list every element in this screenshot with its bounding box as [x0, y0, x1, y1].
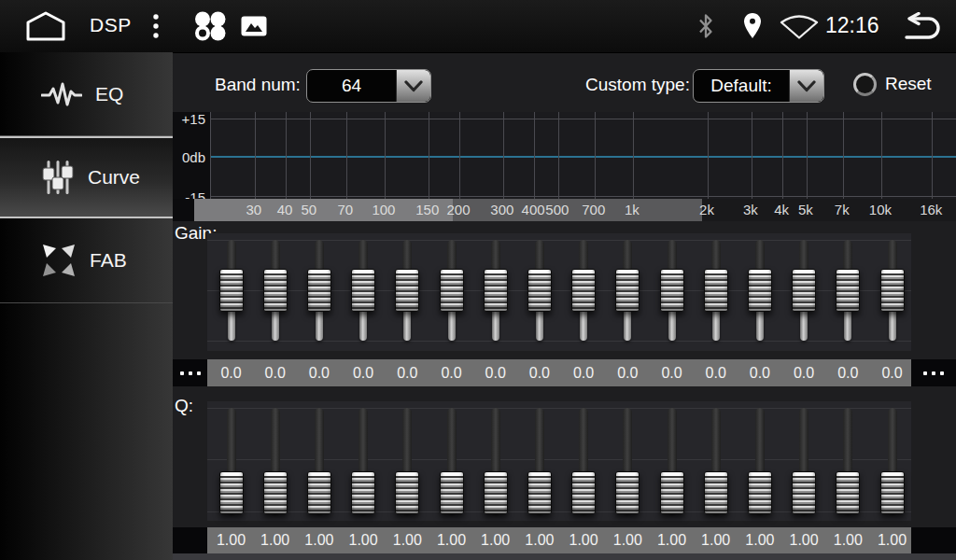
- gain-scroll-right-button[interactable]: [911, 359, 956, 386]
- overflow-menu-icon[interactable]: [150, 13, 162, 39]
- q-band-slider[interactable]: [748, 403, 772, 519]
- q-value: 1.00: [878, 527, 907, 553]
- slider-knob[interactable]: [571, 471, 596, 514]
- custom-type-select[interactable]: Default:: [693, 69, 824, 103]
- slider-knob[interactable]: [263, 269, 288, 312]
- q-strip-left-spacer: [173, 527, 207, 553]
- slider-knob[interactable]: [615, 471, 640, 514]
- q-band-slider[interactable]: [527, 403, 552, 519]
- q-band-slider[interactable]: [880, 403, 905, 519]
- gain-band-slider[interactable]: [615, 235, 640, 351]
- gain-band-slider[interactable]: [836, 235, 860, 351]
- gallery-icon[interactable]: [241, 16, 267, 36]
- reset-radio-icon[interactable]: [853, 73, 877, 96]
- sidebar-item-eq[interactable]: EQ: [0, 52, 173, 136]
- gain-scroll-left-button[interactable]: [173, 359, 207, 386]
- slider-knob[interactable]: [748, 269, 772, 312]
- more-icon: [932, 371, 935, 375]
- slider-knob[interactable]: [219, 269, 244, 312]
- band-num-select[interactable]: 64: [306, 69, 431, 103]
- freq-tick-label: 400: [522, 199, 545, 221]
- q-band-slider[interactable]: [351, 403, 375, 519]
- slider-knob[interactable]: [527, 269, 552, 312]
- q-band-slider[interactable]: [484, 403, 508, 519]
- back-icon[interactable]: [897, 12, 942, 40]
- slider-knob[interactable]: [440, 269, 464, 312]
- plot-gridline: [385, 112, 386, 199]
- q-band-slider[interactable]: [615, 403, 640, 519]
- q-band-slider[interactable]: [660, 403, 684, 519]
- plot-gridline-top: [211, 119, 956, 119]
- q-value: 1.00: [260, 527, 289, 553]
- slider-knob[interactable]: [395, 269, 419, 312]
- gain-band-slider[interactable]: [527, 235, 552, 351]
- gain-band-slider[interactable]: [263, 235, 288, 351]
- chevron-down-icon[interactable]: [789, 70, 823, 102]
- slider-knob[interactable]: [571, 269, 596, 312]
- slider-knob[interactable]: [395, 471, 419, 514]
- slider-knob[interactable]: [660, 269, 684, 312]
- slider-knob[interactable]: [307, 269, 331, 312]
- gain-band-slider[interactable]: [395, 235, 419, 351]
- apps-clover-icon[interactable]: [190, 11, 230, 41]
- q-value: 1.00: [217, 527, 246, 553]
- gain-band-slider[interactable]: [704, 235, 728, 351]
- slider-knob[interactable]: [836, 471, 860, 514]
- q-value: 1.00: [613, 527, 642, 553]
- plot-gridline: [595, 112, 596, 199]
- slider-knob[interactable]: [615, 269, 640, 312]
- q-band-slider[interactable]: [219, 403, 244, 519]
- slider-knob[interactable]: [440, 471, 464, 514]
- sidebar-item-fab[interactable]: FAB: [0, 218, 173, 303]
- more-icon: [180, 371, 184, 375]
- gain-value: 0.0: [617, 359, 638, 386]
- q-band-slider[interactable]: [571, 403, 596, 519]
- slider-knob[interactable]: [836, 269, 860, 312]
- q-band-slider[interactable]: [307, 403, 331, 519]
- slider-knob[interactable]: [704, 269, 728, 312]
- freq-tick-label: 700: [582, 199, 605, 221]
- gain-band-slider[interactable]: [351, 235, 375, 351]
- slider-knob[interactable]: [351, 471, 375, 514]
- slider-knob[interactable]: [219, 471, 244, 514]
- slider-knob[interactable]: [527, 471, 552, 514]
- gain-band-slider[interactable]: [440, 235, 464, 351]
- slider-knob[interactable]: [484, 269, 508, 312]
- slider-knob[interactable]: [880, 269, 905, 312]
- reset-control[interactable]: Reset: [853, 71, 932, 97]
- gain-band-slider[interactable]: [748, 235, 772, 351]
- gain-band-slider[interactable]: [307, 235, 331, 351]
- sidebar-item-label: EQ: [95, 83, 123, 105]
- q-band-slider[interactable]: [395, 403, 419, 519]
- slider-knob[interactable]: [792, 269, 816, 312]
- gain-band-slider[interactable]: [660, 235, 684, 351]
- frequency-axis-strip: 304050701001502003004005007001k2k3k4k5k7…: [173, 199, 956, 221]
- gain-band-slider[interactable]: [219, 235, 244, 351]
- sidebar-item-curve[interactable]: Curve: [0, 136, 173, 218]
- more-icon: [189, 371, 192, 375]
- slider-knob[interactable]: [263, 471, 288, 514]
- eq-curve-plot[interactable]: [210, 112, 956, 199]
- slider-knob[interactable]: [307, 471, 331, 514]
- slider-knob[interactable]: [748, 471, 772, 514]
- slider-knob[interactable]: [792, 471, 816, 514]
- gain-band-slider[interactable]: [484, 235, 508, 351]
- slider-knob[interactable]: [660, 471, 684, 514]
- q-band-slider[interactable]: [704, 403, 728, 519]
- gain-band-slider[interactable]: [880, 235, 905, 351]
- home-icon[interactable]: [24, 10, 67, 41]
- slider-knob[interactable]: [704, 471, 728, 514]
- slider-knob[interactable]: [484, 471, 508, 514]
- gain-band-slider[interactable]: [792, 235, 816, 351]
- freq-tick-label: 300: [490, 199, 513, 221]
- q-band-slider[interactable]: [792, 403, 816, 519]
- freq-strip-segment: [173, 199, 194, 221]
- q-band-slider[interactable]: [836, 403, 860, 519]
- slider-knob[interactable]: [880, 471, 905, 514]
- q-band-slider[interactable]: [440, 403, 464, 519]
- gain-band-slider[interactable]: [571, 235, 596, 351]
- slider-knob[interactable]: [351, 269, 375, 312]
- q-band-slider[interactable]: [263, 403, 288, 519]
- chevron-down-icon[interactable]: [396, 70, 430, 102]
- q-value: 1.00: [393, 527, 422, 553]
